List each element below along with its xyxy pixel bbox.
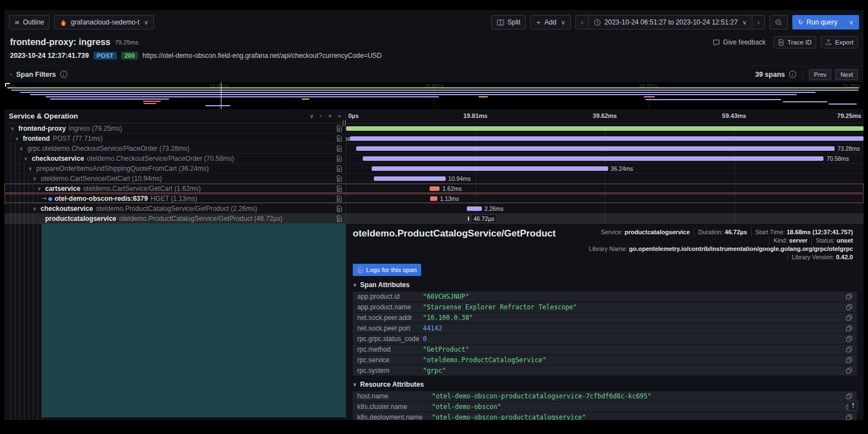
expand-collapse-icon[interactable]: ∨ <box>28 166 36 171</box>
span-duration-bar[interactable] <box>430 196 437 201</box>
resource-attributes-section[interactable]: ∨ Resource Attributes <box>353 380 857 389</box>
trace-span-row[interactable]: ∨checkoutserviceoteldemo.CheckoutService… <box>4 154 864 164</box>
span-duration-bar[interactable] <box>374 176 445 181</box>
span-log-icon[interactable] <box>336 125 342 132</box>
give-feedback-button[interactable]: Give feedback <box>709 38 769 47</box>
expand-collapse-icon[interactable]: ∨ <box>37 186 45 191</box>
run-query-dropdown[interactable]: ∨ <box>842 15 859 29</box>
copy-icon[interactable] <box>846 367 852 374</box>
trace-span-row[interactable]: ∨checkoutserviceoteldemo.ProductCatalogS… <box>4 204 864 214</box>
span-bar-cell[interactable]: 2.26ms <box>346 204 864 213</box>
plus-icon: + <box>536 19 541 26</box>
expand-collapse-icon[interactable]: ∨ <box>15 136 23 141</box>
span-name-cell[interactable]: ∨frontend-proxyingress (79.25ms) <box>4 124 346 133</box>
outline-button[interactable]: ≡ Outline <box>9 15 50 29</box>
trace-span-row[interactable]: ∨oteldemo.CartService/GetCart (10.94ms)1… <box>4 174 864 184</box>
span-bar-cell[interactable]: 73.28ms <box>346 144 864 153</box>
span-log-icon[interactable] <box>336 175 342 182</box>
expand-one-icon[interactable]: › <box>320 113 322 119</box>
expand-collapse-icon[interactable]: ∨ <box>11 126 18 131</box>
span-log-icon[interactable] <box>336 135 342 142</box>
span-bar-cell[interactable] <box>346 124 864 133</box>
span-name-cell[interactable]: ∨oteldemo.CartService/GetCart (10.94ms) <box>4 174 346 183</box>
column-resize-handle[interactable] <box>343 120 346 126</box>
zoom-out-button[interactable] <box>770 15 788 29</box>
trace-minimap[interactable]: 0µs19.81ms39.62ms59.43ms79.25ms <box>4 82 864 109</box>
copy-icon[interactable] <box>846 336 852 342</box>
span-name-cell[interactable]: productcatalogserviceoteldemo.ProductCat… <box>4 214 346 223</box>
expand-collapse-icon[interactable]: ∨ <box>33 176 41 181</box>
span-log-icon[interactable] <box>336 215 342 222</box>
copy-icon[interactable] <box>846 293 852 300</box>
span-name-cell[interactable]: ∨cartserviceoteldemo.CartService/GetCart… <box>4 184 346 193</box>
expand-collapse-icon[interactable]: ∨ <box>33 206 41 211</box>
run-query-button[interactable]: ↻ Run query <box>792 15 843 29</box>
collapse-one-icon[interactable]: ∨ <box>309 113 313 119</box>
span-bar-cell[interactable]: 70.58ms <box>346 154 864 163</box>
trace-span-row[interactable]: ∨frontendPOST (77.71ms)77.71ms <box>4 134 864 144</box>
prev-span-button[interactable]: Prev <box>809 69 832 80</box>
time-back-button[interactable]: ‹ <box>575 15 589 29</box>
trace-span-row[interactable]: ∨grpc.oteldemo.CheckoutService/PlaceOrde… <box>4 144 864 154</box>
copy-icon[interactable] <box>846 393 852 400</box>
span-duration-bar[interactable] <box>372 166 608 171</box>
time-forward-button[interactable]: › <box>752 15 765 29</box>
trace-span-row[interactable]: ∨frontend-proxyingress (79.25ms) <box>4 124 864 134</box>
copy-icon[interactable] <box>846 414 852 420</box>
copy-icon[interactable] <box>846 357 852 363</box>
split-button[interactable]: Split <box>491 15 526 29</box>
logs-for-span-button[interactable]: Logs for this span <box>353 264 421 276</box>
span-name-cell[interactable]: →●otel-demo-obscon-redis:6379HGET (1.13m… <box>4 194 346 203</box>
minimap-cursor[interactable] <box>221 82 221 109</box>
span-duration-bar[interactable] <box>468 216 469 221</box>
span-bar-cell[interactable]: 1.62ms <box>346 184 864 193</box>
span-bar-cell[interactable]: 1.13ms <box>346 194 864 203</box>
expand-collapse-icon[interactable]: ∨ <box>24 156 32 161</box>
span-duration-bar[interactable] <box>350 136 864 141</box>
expand-all-icon[interactable]: » <box>338 113 341 119</box>
span-name-cell[interactable]: ∨checkoutserviceoteldemo.CheckoutService… <box>4 154 346 163</box>
span-duration-bar[interactable] <box>356 146 835 151</box>
span-log-icon[interactable] <box>336 165 342 172</box>
trace-span-row[interactable]: ∨cartserviceoteldemo.CartService/GetCart… <box>4 184 864 194</box>
split-label: Split <box>507 18 520 26</box>
time-range-button[interactable]: 2023-10-24 06:51:27 to 2023-10-24 12:51:… <box>588 15 752 29</box>
next-span-button[interactable]: Next <box>835 69 858 80</box>
span-duration-bar[interactable] <box>467 206 482 211</box>
span-name-cell[interactable]: ∨grpc.oteldemo.CheckoutService/PlaceOrde… <box>4 144 346 153</box>
span-log-icon[interactable] <box>336 155 342 162</box>
copy-icon[interactable] <box>846 304 852 310</box>
span-bar-cell[interactable]: 10.94ms <box>346 174 864 183</box>
span-duration-bar[interactable] <box>363 156 824 161</box>
collapse-all-icon[interactable]: » <box>327 114 333 117</box>
span-name-cell[interactable]: ∨frontendPOST (77.71ms) <box>4 134 346 143</box>
span-log-icon[interactable] <box>336 185 342 192</box>
span-log-icon[interactable] <box>336 205 342 212</box>
trace-span-row[interactable]: ∨prepareOrderItemsAndShippingQuoteFromCa… <box>4 164 864 174</box>
trace-id-button[interactable]: Trace ID <box>773 36 816 48</box>
span-name-cell[interactable]: ∨prepareOrderItemsAndShippingQuoteFromCa… <box>4 164 346 173</box>
span-bar-cell[interactable]: 46.72µs <box>346 214 864 223</box>
span-attributes-section[interactable]: ∨ Span Attributes <box>353 280 857 289</box>
span-log-icon[interactable] <box>336 195 342 202</box>
datasource-picker[interactable]: grafanacloud-sedemo-t ∨ <box>54 15 154 29</box>
chevron-right-icon[interactable]: › <box>10 71 12 77</box>
span-duration-bar[interactable] <box>346 126 864 131</box>
span-bar-cell[interactable]: 36.24ms <box>346 164 864 173</box>
span-log-icon[interactable] <box>336 145 342 152</box>
add-button[interactable]: + Add ∨ <box>530 15 571 29</box>
span-bar-cell[interactable]: 77.71ms <box>346 134 864 143</box>
trace-span-row[interactable]: →●otel-demo-obscon-redis:6379HGET (1.13m… <box>4 194 864 204</box>
attribute-row: rpc.method"GetProduct" <box>353 344 857 354</box>
expand-collapse-icon[interactable]: ∨ <box>19 146 27 151</box>
copy-icon[interactable] <box>846 314 852 321</box>
span-tree-footer <box>4 224 346 420</box>
trace-span-row[interactable]: productcatalogserviceoteldemo.ProductCat… <box>4 214 864 224</box>
span-duration-bar[interactable] <box>430 186 440 191</box>
scroll-up-button[interactable]: ↑ <box>848 401 858 411</box>
span-filters-title[interactable]: Span Filters <box>16 71 56 78</box>
copy-icon[interactable] <box>846 346 852 353</box>
copy-icon[interactable] <box>846 325 852 332</box>
export-button[interactable]: Export <box>821 36 858 48</box>
span-name-cell[interactable]: ∨checkoutserviceoteldemo.ProductCatalogS… <box>4 204 346 213</box>
